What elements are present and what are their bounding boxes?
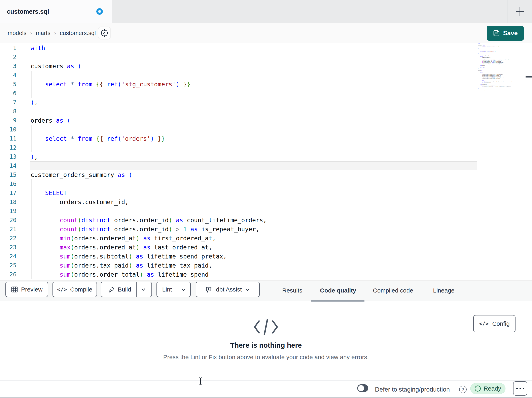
code-line-18[interactable]: 18 orders.customer_id,	[0, 197, 478, 207]
defer-toggle[interactable]	[357, 384, 368, 392]
dot-icon	[523, 388, 524, 389]
build-button[interactable]: Build	[103, 282, 136, 297]
code-line-13[interactable]: 13),	[0, 152, 478, 161]
code-editor[interactable]: 1with23customers as (45 select * from {{…	[0, 43, 532, 281]
code-line-26[interactable]: 26 sum(orders.order_total) as lifetime_s…	[0, 270, 478, 279]
code-text	[17, 125, 31, 134]
save-button-label: Save	[503, 30, 518, 37]
lint-button[interactable]: Lint	[158, 282, 177, 297]
tab-results[interactable]: Results	[282, 281, 302, 300]
wrench-icon	[108, 286, 114, 293]
compile-button[interactable]: </> Compile	[52, 282, 97, 297]
breadcrumb-file[interactable]: customers.sql	[60, 30, 96, 36]
code-line-15[interactable]: 15customer_orders_summary as (	[0, 170, 478, 179]
line-number: 25	[0, 261, 17, 270]
code-text	[17, 52, 31, 62]
line-number: 26	[0, 270, 17, 279]
scroll-marker	[526, 76, 532, 78]
tab-code-quality[interactable]: Code quality	[320, 281, 356, 300]
minimap[interactable]: withcustomers as ( select * from {{ ref(…	[478, 43, 525, 91]
code-line-4[interactable]: 4	[0, 71, 478, 80]
line-number: 16	[0, 179, 17, 189]
navigate-compass-button[interactable]	[98, 26, 111, 39]
line-number: 2	[0, 52, 17, 62]
code-text: sum(orders.tax_paid) as lifetime_tax_pai…	[17, 261, 212, 270]
defer-label: Defer to staging/production	[375, 381, 450, 398]
code-line-5[interactable]: 5 select * from {{ ref('stg_customers') …	[0, 80, 478, 89]
line-number: 24	[0, 252, 17, 261]
code-text: count(distinct orders.order_id) as count…	[17, 215, 267, 225]
line-number: 22	[0, 234, 17, 243]
tab-lineage[interactable]: Lineage	[433, 281, 455, 300]
help-icon[interactable]: ?	[459, 386, 467, 393]
code-line-7[interactable]: 7),	[0, 98, 478, 107]
line-number: 3	[0, 62, 17, 71]
code-line-12[interactable]: 12	[0, 143, 478, 152]
chevron-down-icon	[141, 287, 146, 292]
code-line-24[interactable]: 24 sum(orders.subtotal) as lifetime_spen…	[0, 252, 478, 261]
code-line-16[interactable]: 16	[0, 179, 478, 189]
line-number: 10	[0, 125, 17, 134]
code-line-21[interactable]: 21 count(distinct orders.order_id) > 1 a…	[0, 225, 478, 234]
editor-tab-bar: customers.sql	[0, 0, 532, 23]
save-button[interactable]: Save	[487, 26, 524, 41]
code-line-8[interactable]: 8	[0, 107, 478, 116]
code-text	[17, 179, 31, 189]
code-text: with	[17, 44, 45, 52]
tab-compiled-code[interactable]: Compiled code	[373, 281, 413, 300]
code-line-25[interactable]: 25 sum(orders.tax_paid) as lifetime_tax_…	[0, 261, 478, 270]
code-line-19[interactable]: 19	[0, 207, 478, 215]
lint-label: Lint	[162, 286, 172, 293]
tab-title: customers.sql	[7, 8, 49, 15]
breadcrumb-separator: ›	[54, 30, 56, 36]
dot-icon	[516, 388, 518, 389]
line-number: 17	[0, 189, 17, 197]
lint-dropdown-button[interactable]	[177, 282, 190, 297]
code-line-11[interactable]: 11 select * from {{ ref('orders') }}	[0, 134, 478, 143]
code-quality-panel: There is nothing here Press the Lint or …	[0, 302, 532, 380]
tab-customers-sql[interactable]: customers.sql	[0, 0, 112, 23]
action-toolbar: Preview </> Compile Build Li	[0, 281, 532, 301]
code-lines: 1with23customers as (45 select * from {{…	[0, 44, 478, 279]
line-number: 6	[0, 89, 17, 98]
code-line-10[interactable]: 10	[0, 125, 478, 134]
code-line-14[interactable]: 14	[0, 161, 478, 170]
new-tab-button[interactable]	[514, 6, 526, 17]
line-number: 9	[0, 116, 17, 125]
line-number: 14	[0, 161, 17, 170]
line-number: 19	[0, 207, 17, 215]
code-line-20[interactable]: 20 count(distinct orders.order_id) as co…	[0, 215, 478, 225]
build-dropdown-button[interactable]	[137, 282, 150, 297]
plus-icon	[514, 6, 526, 17]
save-floppy-icon	[493, 30, 500, 37]
empty-state-code-icon	[252, 317, 280, 338]
line-number: 21	[0, 225, 17, 234]
code-line-1[interactable]: 1with	[0, 44, 478, 52]
code-text: select * from {{ ref('orders') }}	[17, 134, 165, 143]
empty-state-title: There is nothing here	[0, 341, 532, 349]
status-bar: Defer to staging/production ? Ready	[0, 380, 532, 398]
code-line-6[interactable]: 6	[0, 89, 478, 98]
code-line-22[interactable]: 22 min(orders.ordered_at) as first_order…	[0, 234, 478, 243]
assist-chat-sparkle-icon	[205, 286, 213, 293]
code-line-2[interactable]: 2	[0, 52, 478, 62]
code-line-9[interactable]: 9orders as (	[0, 116, 478, 125]
more-options-button[interactable]	[513, 381, 527, 396]
config-button[interactable]: </> Config	[473, 315, 515, 332]
code-line-17[interactable]: 17 SELECT	[0, 189, 478, 197]
overview-ruler-scrollbar[interactable]	[525, 43, 532, 281]
build-split-button: Build	[101, 282, 152, 297]
dbt-assist-button[interactable]: dbt Assist	[196, 282, 260, 297]
preview-button[interactable]: Preview	[6, 282, 48, 297]
line-number: 15	[0, 170, 17, 179]
breadcrumb-marts[interactable]: marts	[36, 30, 51, 36]
code-line-3[interactable]: 3customers as (	[0, 62, 478, 71]
breadcrumb-models[interactable]: models	[8, 30, 26, 36]
code-line-23[interactable]: 23 max(orders.ordered_at) as last_ordere…	[0, 243, 478, 252]
ready-status-dot-icon	[475, 385, 481, 391]
code-text: min(orders.ordered_at) as first_ordered_…	[17, 234, 216, 243]
lint-split-button: Lint	[157, 282, 191, 297]
code-text: select * from {{ ref('stg_customers') }}	[17, 80, 190, 89]
code-brackets-icon: </>	[57, 286, 67, 293]
code-text	[17, 107, 31, 116]
